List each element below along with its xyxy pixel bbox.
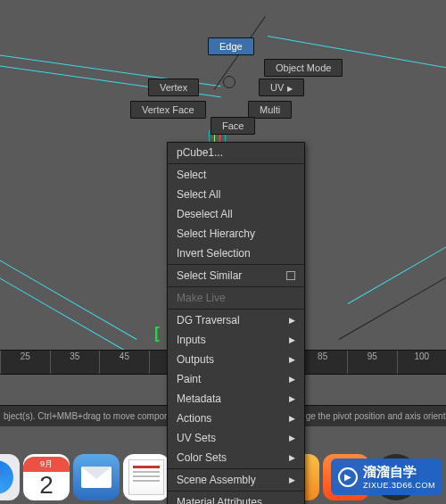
- timeline-tick[interactable]: 45: [99, 351, 149, 374]
- menu-item-label: Select All: [177, 188, 220, 201]
- chevron-right-icon: ▶: [289, 394, 295, 403]
- menu-item-label: Metadata: [177, 392, 221, 405]
- menu-separator: [168, 286, 304, 287]
- menu-item[interactable]: Actions▶: [168, 409, 304, 428]
- range-bracket-start-icon: [: [154, 324, 160, 343]
- menu-item[interactable]: Color Sets▶: [168, 448, 304, 467]
- menu-item-label: Invert Selection: [177, 247, 251, 260]
- menu-item-label: Select Hierarchy: [177, 227, 255, 240]
- menu-item-label: UV Sets: [177, 432, 216, 444]
- menu-item[interactable]: Deselect All: [168, 204, 304, 224]
- chevron-right-icon: ▶: [289, 434, 295, 442]
- marking-menu-vertex-face[interactable]: Vertex Face: [130, 101, 206, 119]
- menu-item[interactable]: Select All: [168, 185, 304, 204]
- chevron-right-icon: ▶: [289, 475, 295, 484]
- dock-icon-calendar[interactable]: 9月 2: [23, 454, 70, 500]
- menu-item-label: Inputs: [177, 334, 206, 346]
- chevron-right-icon: ▶: [289, 453, 295, 462]
- menu-item[interactable]: Select: [168, 165, 304, 185]
- chevron-right-icon: ▶: [289, 414, 295, 423]
- menu-item-label: Paint: [177, 373, 201, 385]
- menu-separator: [168, 309, 304, 310]
- menu-item[interactable]: Metadata▶: [168, 389, 304, 409]
- dock-icon-mail[interactable]: [73, 454, 120, 500]
- menu-item[interactable]: Outputs▶: [168, 350, 304, 369]
- menu-item-label: Select Similar: [177, 269, 242, 282]
- menu-item-label: Scene Assembly: [177, 474, 256, 486]
- menu-item-label: Deselect All: [177, 208, 233, 220]
- menu-item-label: Make Live: [177, 292, 226, 304]
- calendar-month: 9月: [23, 457, 70, 472]
- pivot-manipulator-icon[interactable]: [223, 76, 235, 88]
- menu-item[interactable]: DG Traversal▶: [168, 310, 304, 330]
- menu-separator: [168, 491, 304, 492]
- menu-item[interactable]: Inputs▶: [168, 330, 304, 350]
- context-menu-header[interactable]: pCube1...: [168, 143, 304, 162]
- chevron-right-icon: ▶: [287, 85, 293, 93]
- calendar-day: 2: [39, 472, 54, 499]
- menu-item-label: DG Traversal: [177, 314, 240, 326]
- menu-item[interactable]: UV Sets▶: [168, 428, 304, 448]
- menu-item[interactable]: Select Similar: [168, 266, 304, 285]
- wire-edge: [0, 268, 136, 358]
- watermark-url: ZIXUE.3D66.COM: [363, 481, 435, 490]
- menu-item[interactable]: Scene Assembly▶: [168, 470, 304, 490]
- timeline-tick[interactable]: 95: [347, 351, 397, 374]
- menu-item[interactable]: Material Attributes...: [168, 492, 304, 504]
- timeline-tick[interactable]: 35: [50, 351, 100, 374]
- menu-item[interactable]: Invert Selection: [168, 244, 304, 263]
- watermark-badge: ▶ 溜溜自学 ZIXUE.3D66.COM: [331, 459, 442, 495]
- option-box-icon[interactable]: [286, 271, 295, 280]
- dock-icon-safari[interactable]: [0, 454, 20, 500]
- play-icon: ▶: [338, 467, 358, 487]
- marking-menu-multi[interactable]: Multi: [248, 101, 292, 119]
- chevron-right-icon: ▶: [289, 355, 295, 364]
- hint-text-left: bject(s). Ctrl+MMB+drag to move componen…: [4, 411, 182, 421]
- menu-item[interactable]: Select Hierarchy: [168, 224, 304, 244]
- menu-separator: [168, 163, 304, 164]
- menu-item-label: Select: [177, 169, 206, 181]
- marking-menu-edge[interactable]: Edge: [208, 37, 254, 55]
- watermark-brand: 溜溜自学: [363, 464, 435, 481]
- marking-menu-uv[interactable]: UV▶: [259, 78, 304, 96]
- wire-edge: [0, 250, 136, 340]
- timeline-tick[interactable]: 25: [0, 351, 50, 374]
- chevron-right-icon: ▶: [289, 316, 295, 325]
- menu-separator: [168, 468, 304, 469]
- menu-item-label: Material Attributes...: [177, 496, 271, 504]
- marking-menu-face[interactable]: Face: [211, 117, 255, 135]
- menu-item-label: Outputs: [177, 353, 214, 366]
- hint-text-right: nge the pivot position and axis orientat…: [301, 411, 446, 421]
- chevron-right-icon: ▶: [289, 335, 295, 344]
- context-menu: pCube1... SelectSelect AllDeselect AllSe…: [167, 142, 305, 504]
- marking-menu-object-mode[interactable]: Object Mode: [264, 59, 343, 77]
- menu-item: Make Live: [168, 288, 304, 308]
- menu-item[interactable]: Paint▶: [168, 369, 304, 389]
- menu-item-label: Actions: [177, 412, 211, 425]
- dock-icon-notes[interactable]: [123, 454, 169, 500]
- menu-item-label: Color Sets: [177, 451, 227, 464]
- chevron-right-icon: ▶: [289, 375, 295, 384]
- marking-menu-vertex[interactable]: Vertex: [148, 78, 199, 96]
- wire-edge: [348, 232, 446, 304]
- timeline-tick[interactable]: 100: [397, 351, 447, 374]
- menu-separator: [168, 264, 304, 265]
